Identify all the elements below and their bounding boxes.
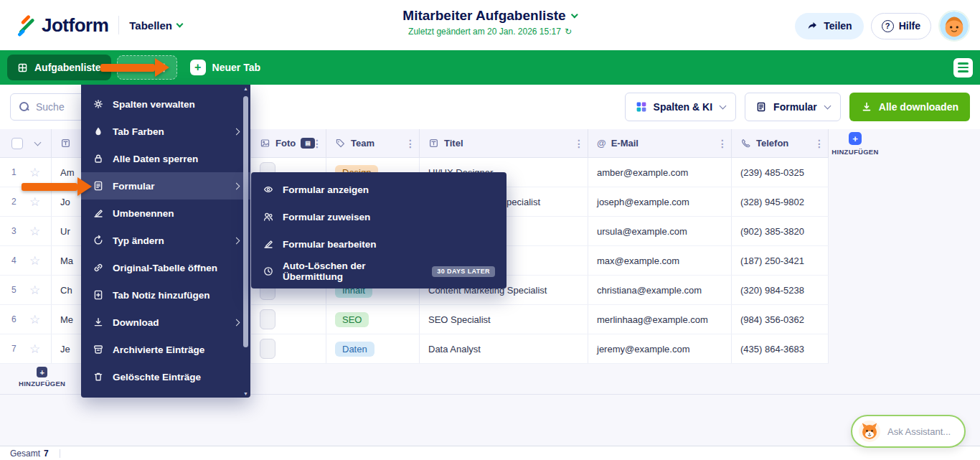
star-icon[interactable]: ☆ [29,314,40,326]
cell-team[interactable]: SEO [326,305,420,334]
logo-wordmark: Jotform [42,14,108,37]
download-all-button[interactable]: Alle downloaden [849,93,970,121]
jotform-logo[interactable]: Jotform [13,14,108,37]
refresh-icon[interactable]: ↻ [565,27,572,37]
submenu-item-formular-anzeigen[interactable]: Formular anzeigen [251,176,507,203]
cell-telefon[interactable]: (435) 864-3683 [732,334,829,363]
status-bar: Gesamt 7 [0,446,980,460]
share-icon [806,20,818,32]
menu-item-archivierte-eintraege[interactable]: Archivierte Einträge [81,336,250,363]
menu-item-geloeschte-eintraege[interactable]: Gelöschte Einträge [81,363,250,390]
columns-ai-icon [636,101,647,113]
submenu-item-auto-loeschen[interactable]: Auto-Löschen der Übermittlung 30 DAYS LA… [251,258,507,285]
column-menu-icon[interactable]: ⋮ [405,138,415,149]
image-icon [260,138,270,149]
select-all-header[interactable] [0,129,52,157]
cell-email[interactable]: jeremy@example.com [588,334,732,363]
menu-item-typ-aendern[interactable]: Typ ändern [81,227,250,254]
tab-list-menu-button[interactable] [953,58,973,78]
cell-titel[interactable]: Data Analyst [420,334,588,363]
cell-telefon[interactable]: (902) 385-3820 [732,217,829,245]
select-all-checkbox[interactable] [11,138,23,149]
cell-telefon[interactable]: (320) 984-5238 [732,276,829,304]
column-menu-icon[interactable]: ⋮ [717,138,727,149]
cell-telefon[interactable]: (187) 250-3421 [732,246,829,275]
share-button[interactable]: Teilen [795,13,863,39]
menu-scrollbar[interactable] [243,96,248,347]
menu-item-umbenennen[interactable]: Umbenennen [81,200,250,227]
cell-email[interactable]: merlinhaag@example.com [588,305,732,334]
cell-titel[interactable]: SEO Specialist [420,305,588,334]
product-label: Tabellen [129,19,172,32]
chevron-down-icon [720,102,727,109]
star-icon[interactable]: ☆ [29,225,40,238]
add-row-button[interactable]: + HINZUFÜGEN [19,367,65,388]
menu-item-alle-daten-sperren[interactable]: Alle Daten sperren [81,145,250,172]
menu-item-spalten-verwalten[interactable]: Spalten verwalten [81,90,250,118]
menu-item-original-tabelle-oeffnen[interactable]: Original-Tabelle öffnen [81,254,250,281]
tab-second[interactable]: ⚙ ⋮ [117,55,177,80]
column-header-foto[interactable]: Foto ▤ ⋮ [251,129,326,157]
scroll-up-icon[interactable]: ▲ [243,86,248,91]
users-icon [263,211,274,222]
cell-email[interactable]: max@example.com [588,246,732,275]
star-icon[interactable]: ☆ [29,284,40,296]
form-button[interactable]: Formular [745,93,841,121]
column-menu-icon[interactable]: ⋮ [814,138,824,149]
column-menu-icon[interactable]: ⋮ [312,138,322,149]
clock-icon [263,266,274,277]
delay-badge: 30 DAYS LATER [432,266,495,277]
tab-aufgabenliste[interactable]: Aufgabenliste [7,55,111,80]
cell-email[interactable]: joseph@example.com [588,187,732,216]
document-title[interactable]: Mitarbeiter Aufgabenliste [402,8,577,24]
column-header-email[interactable]: @ E-Mail ⋮ [588,129,732,157]
scroll-down-icon[interactable]: ▼ [243,391,248,396]
jotform-logo-icon [13,14,36,37]
ask-assistant-button[interactable]: Ask Assistant... [851,415,966,448]
search-icon [19,102,29,112]
gear-icon [93,98,104,110]
column-header-team[interactable]: Team ⋮ [326,129,420,157]
menu-item-formular[interactable]: Formular [81,172,250,200]
add-column-button[interactable]: + HINZUFÜGEN [831,132,880,156]
formular-submenu: Formular anzeigen Formular zuweisen Form… [251,172,507,288]
tab-context-menu: Spalten verwalten Tab Farben Alle Daten … [81,85,250,398]
grid-icon [17,62,28,73]
star-icon[interactable]: ☆ [29,343,40,355]
chevron-right-icon [233,237,240,244]
cell-email[interactable]: ursula@example.com [588,217,732,245]
cell-telefon[interactable]: (984) 356-0362 [732,305,829,334]
menu-item-download[interactable]: Download [81,309,250,336]
cell-email[interactable]: christiana@example.com [588,276,732,304]
avatar[interactable] [938,10,970,42]
columns-ai-button[interactable]: Spalten & KI [625,93,736,121]
submenu-item-formular-bearbeiten[interactable]: Formular bearbeiten [251,230,507,258]
new-tab-button[interactable]: + Neuer Tab [190,60,260,75]
cell-team[interactable]: Daten [326,334,420,363]
cell-telefon[interactable]: (328) 945-9802 [732,187,829,216]
column-header-telefon[interactable]: Telefon ⋮ [732,129,829,157]
link-icon [93,262,104,273]
tab-kebab-icon[interactable]: ⋮ [159,62,170,73]
star-icon[interactable]: ☆ [29,196,40,208]
submenu-item-formular-zuweisen[interactable]: Formular zuweisen [251,203,507,230]
cell-foto[interactable] [251,334,326,363]
cat-icon [858,420,881,443]
star-icon[interactable]: ☆ [29,255,40,267]
chevron-down-icon [571,11,578,18]
column-header-titel[interactable]: Titel ⋮ [420,129,588,157]
chevron-right-icon [233,128,240,135]
column-menu-icon[interactable]: ⋮ [574,138,584,149]
help-button[interactable]: ? Hilfe [871,13,931,39]
plus-icon: + [37,367,47,377]
cell-foto[interactable] [251,305,326,334]
star-icon[interactable]: ☆ [29,166,40,179]
product-switcher[interactable]: Tabellen [129,19,182,32]
menu-item-tab-notiz-hinzufuegen[interactable]: Tab Notiz hinzufügen [81,281,250,309]
row-gutter: 1☆ [0,158,52,187]
help-icon: ? [882,20,894,32]
menu-item-tab-farben[interactable]: Tab Farben [81,118,250,145]
text-icon [60,138,71,149]
cell-telefon[interactable]: (239) 485-0325 [732,158,829,187]
cell-email[interactable]: amber@example.com [588,158,732,187]
